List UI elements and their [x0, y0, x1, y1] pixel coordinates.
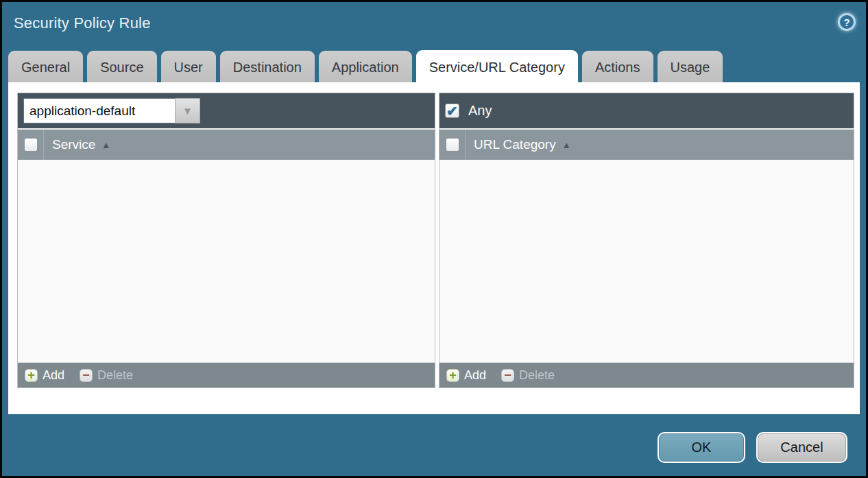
url-category-delete-button[interactable]: − Delete	[501, 368, 555, 383]
service-footer: + Add − Delete	[18, 362, 435, 387]
url-category-add-button[interactable]: + Add	[446, 368, 486, 383]
url-category-table-header: URL Category ▲	[439, 128, 854, 160]
tab-usage[interactable]: Usage	[658, 51, 723, 83]
tab-service-url-category[interactable]: Service/URL Category	[416, 50, 578, 83]
service-column-header[interactable]: Service	[52, 137, 95, 152]
security-policy-rule-dialog: Security Policy Rule ? General Source Us…	[0, 0, 868, 478]
service-add-label: Add	[43, 368, 64, 383]
service-type-dropdown-button[interactable]: ▼	[175, 98, 200, 123]
plus-icon: +	[446, 369, 459, 382]
url-category-select-all-checkbox[interactable]	[446, 138, 459, 152]
plus-icon: +	[25, 369, 38, 382]
url-category-footer: + Add − Delete	[439, 362, 854, 387]
tab-panel-service-url-category: ▼ Service ▲ + Add − Delete	[8, 82, 860, 414]
service-select-all-cell	[18, 130, 44, 160]
chevron-down-icon: ▼	[182, 106, 193, 116]
service-select-all-checkbox[interactable]	[24, 138, 38, 152]
tab-destination[interactable]: Destination	[220, 51, 315, 83]
tab-strip: General Source User Destination Applicat…	[8, 50, 860, 83]
dialog-title: Security Policy Rule	[14, 14, 151, 32]
ok-button[interactable]: OK	[658, 432, 745, 463]
any-checkbox-label: Any	[468, 103, 492, 119]
sort-ascending-icon[interactable]: ▲	[562, 140, 571, 150]
url-category-column-header[interactable]: URL Category	[474, 137, 556, 152]
url-category-delete-label: Delete	[519, 368, 555, 383]
tab-general[interactable]: General	[8, 51, 83, 83]
any-checkbox[interactable]: ✔	[445, 104, 459, 118]
service-panel: ▼ Service ▲ + Add − Delete	[17, 93, 435, 388]
tab-application[interactable]: Application	[319, 51, 412, 83]
service-toolbar: ▼	[18, 93, 435, 128]
tab-user[interactable]: User	[161, 51, 216, 83]
url-category-toolbar: ✔ Any	[439, 93, 854, 128]
help-icon[interactable]: ?	[838, 13, 856, 31]
sort-ascending-icon[interactable]: ▲	[101, 140, 110, 150]
cancel-button[interactable]: Cancel	[756, 432, 847, 463]
service-table-header: Service ▲	[18, 128, 435, 160]
service-add-button[interactable]: + Add	[25, 368, 64, 383]
minus-icon: −	[501, 369, 514, 382]
service-table-body	[18, 160, 435, 362]
url-category-panel: ✔ Any URL Category ▲ + Add − Delete	[439, 93, 854, 388]
tab-source[interactable]: Source	[87, 51, 156, 83]
url-category-table-body	[439, 160, 854, 362]
service-delete-label: Delete	[97, 368, 133, 383]
tab-actions[interactable]: Actions	[582, 51, 653, 83]
minus-icon: −	[80, 369, 93, 382]
url-category-add-label: Add	[464, 368, 486, 383]
url-category-select-all-cell	[439, 130, 466, 160]
service-type-input[interactable]	[23, 98, 175, 123]
title-bar: Security Policy Rule	[14, 14, 151, 32]
service-delete-button[interactable]: − Delete	[80, 368, 133, 383]
